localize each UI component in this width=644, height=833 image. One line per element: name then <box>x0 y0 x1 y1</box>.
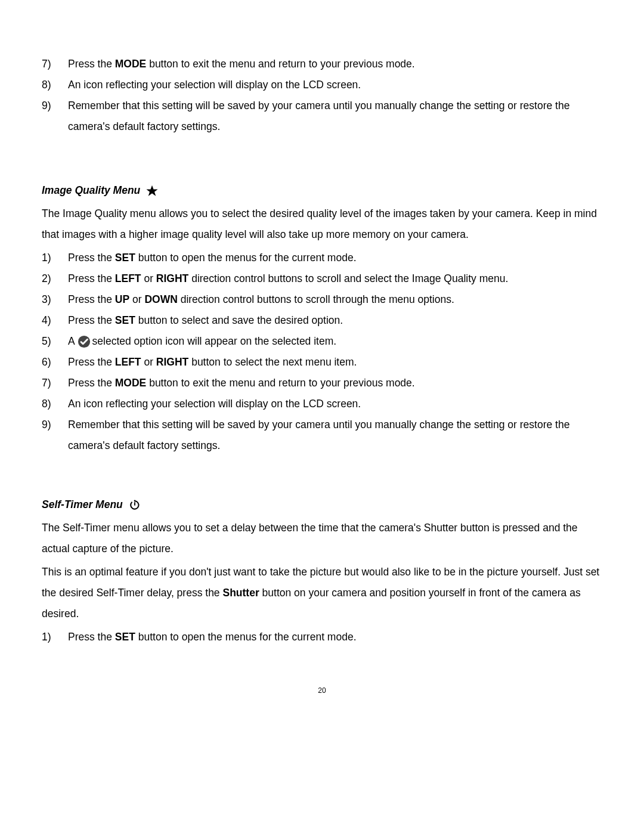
image-quality-heading: Image Quality Menu <box>42 180 602 201</box>
list-item: 8) An icon reflecting your selection wil… <box>42 75 602 95</box>
list-item: 2) Press the LEFT or RIGHT direction con… <box>42 268 602 289</box>
heading-text: Image Quality Menu <box>42 180 140 201</box>
list-item: 9) Remember that this setting will be sa… <box>42 95 602 137</box>
timer-icon <box>129 499 141 511</box>
star-icon <box>146 185 158 197</box>
self-timer-intro-1: The Self-Timer menu allows you to set a … <box>42 518 602 559</box>
item-text: Press the SET button to open the menus f… <box>68 247 602 268</box>
item-number: 7) <box>42 54 68 75</box>
list-item: 8) An icon reflecting your selection wil… <box>42 394 602 414</box>
item-text: Press the LEFT or RIGHT button to select… <box>68 352 602 373</box>
list-item: 7) Press the MODE button to exit the men… <box>42 54 602 75</box>
item-number: 1) <box>42 627 68 648</box>
top-continued-list: 7) Press the MODE button to exit the men… <box>42 54 602 137</box>
list-item: 1) Press the SET button to open the menu… <box>42 627 602 648</box>
page-number: 20 <box>42 683 602 698</box>
item-number: 3) <box>42 289 68 310</box>
item-text: Press the UP or DOWN direction control b… <box>68 289 602 310</box>
list-item: 5) A selected option icon will appear on… <box>42 331 602 352</box>
svg-point-2 <box>134 500 135 501</box>
item-text: Press the SET button to select and save … <box>68 310 602 331</box>
list-item: 4) Press the SET button to select and sa… <box>42 310 602 331</box>
list-item: 6) Press the LEFT or RIGHT button to sel… <box>42 352 602 373</box>
item-number: 2) <box>42 268 68 289</box>
self-timer-list: 1) Press the SET button to open the menu… <box>42 627 602 648</box>
item-text: Press the SET button to open the menus f… <box>68 627 602 648</box>
self-timer-intro-2: This is an optimal feature if you don't … <box>42 562 602 624</box>
item-text: Press the MODE button to exit the menu a… <box>68 54 602 75</box>
item-text: Press the MODE button to exit the menu a… <box>68 373 602 394</box>
item-text: A selected option icon will appear on th… <box>68 331 602 352</box>
heading-text: Self-Timer Menu <box>42 494 123 515</box>
item-number: 6) <box>42 352 68 373</box>
item-number: 7) <box>42 373 68 394</box>
list-item: 7) Press the MODE button to exit the men… <box>42 373 602 394</box>
item-number: 8) <box>42 394 68 414</box>
image-quality-list: 1) Press the SET button to open the menu… <box>42 247 602 456</box>
item-number: 8) <box>42 75 68 95</box>
item-text: Press the LEFT or RIGHT direction contro… <box>68 268 602 289</box>
check-circle-icon <box>78 335 91 348</box>
item-number: 1) <box>42 247 68 268</box>
item-text: An icon reflecting your selection will d… <box>68 75 602 95</box>
list-item: 9) Remember that this setting will be sa… <box>42 414 602 456</box>
item-text: An icon reflecting your selection will d… <box>68 394 602 414</box>
item-text: Remember that this setting will be saved… <box>68 95 602 137</box>
item-number: 9) <box>42 95 68 116</box>
self-timer-heading: Self-Timer Menu <box>42 494 602 515</box>
list-item: 1) Press the SET button to open the menu… <box>42 247 602 268</box>
item-number: 4) <box>42 310 68 331</box>
list-item: 3) Press the UP or DOWN direction contro… <box>42 289 602 310</box>
svg-marker-0 <box>147 185 158 196</box>
item-number: 9) <box>42 414 68 435</box>
item-number: 5) <box>42 331 68 352</box>
item-text: Remember that this setting will be saved… <box>68 414 602 456</box>
image-quality-intro: The Image Quality menu allows you to sel… <box>42 203 602 245</box>
